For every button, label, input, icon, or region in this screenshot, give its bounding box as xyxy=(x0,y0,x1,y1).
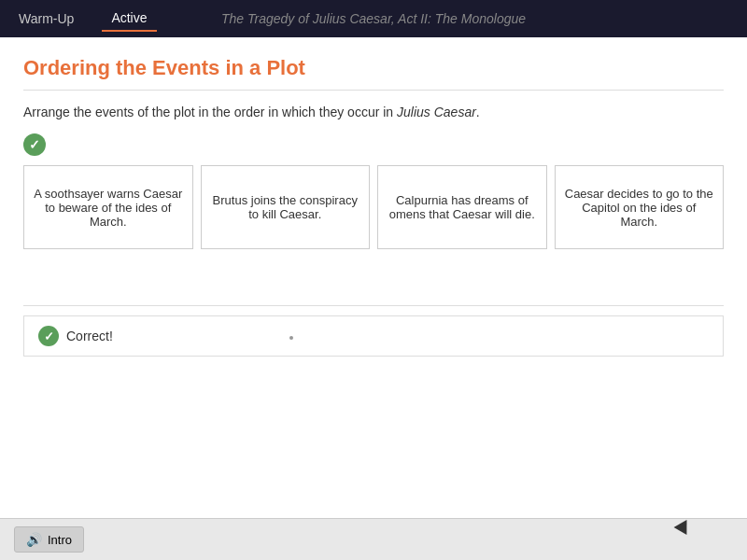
card-3[interactable]: Calpurnia has dreams of omens that Caesa… xyxy=(377,165,547,249)
bottom-bar: 🔊 Intro xyxy=(0,518,747,560)
instructions-italic: Julius Caesar xyxy=(397,105,476,119)
tab-active[interactable]: Active xyxy=(102,6,156,32)
page-title: Ordering the Events in a Plot xyxy=(23,56,724,91)
check-icon-top xyxy=(23,133,46,156)
divider xyxy=(23,305,724,306)
instructions: Arrange the events of the plot in the or… xyxy=(23,105,724,119)
intro-button-label: Intro xyxy=(48,533,72,547)
instructions-suffix: . xyxy=(476,105,480,119)
top-bar: The Tragedy of Julius Caesar, Act II: Th… xyxy=(0,0,747,37)
card-2[interactable]: Brutus joins the conspiracy to kill Caes… xyxy=(201,165,371,249)
speaker-icon: 🔊 xyxy=(26,532,42,547)
top-bar-title: The Tragedy of Julius Caesar, Act II: Th… xyxy=(221,11,526,26)
card-1-text: A soothsayer warns Caesar to beware of t… xyxy=(34,187,183,229)
tab-warmup[interactable]: Warm-Up xyxy=(9,7,83,31)
instructions-prefix: Arrange the events of the plot in the or… xyxy=(23,105,397,119)
card-3-text: Calpurnia has dreams of omens that Caesa… xyxy=(388,193,537,221)
intro-button[interactable]: 🔊 Intro xyxy=(14,526,84,553)
decorative-dot xyxy=(289,336,293,340)
card-2-text: Brutus joins the conspiracy to kill Caes… xyxy=(211,193,360,221)
correct-banner: Correct! xyxy=(23,315,724,357)
card-4-text: Caesar decides to go to the Capitol on t… xyxy=(565,187,714,229)
card-4[interactable]: Caesar decides to go to the Capitol on t… xyxy=(555,165,725,249)
cards-container: A soothsayer warns Caesar to beware of t… xyxy=(23,165,724,249)
correct-check-icon xyxy=(38,326,59,346)
card-1[interactable]: A soothsayer warns Caesar to beware of t… xyxy=(23,165,193,249)
correct-text: Correct! xyxy=(66,329,113,343)
main-content: Ordering the Events in a Plot Arrange th… xyxy=(0,37,747,560)
